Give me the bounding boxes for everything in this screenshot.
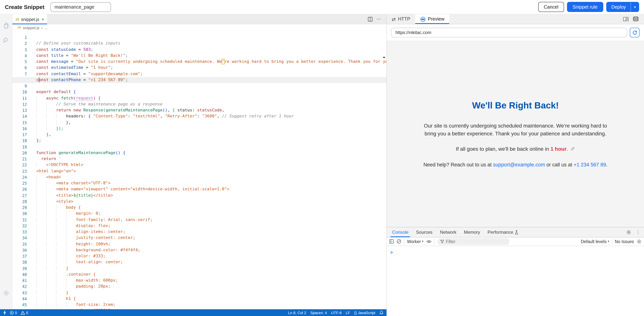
code-line[interactable]: }; [36, 138, 386, 144]
console-output[interactable]: > [387, 246, 644, 316]
deploy-dropdown-caret-icon[interactable]: ▾ [631, 2, 639, 12]
console-settings-gear-icon[interactable] [636, 239, 642, 244]
code-line[interactable]: } [36, 290, 386, 296]
clear-console-icon[interactable] [396, 239, 402, 244]
code-line[interactable]: padding: 20px; [36, 284, 386, 290]
devtools-tab-label[interactable]: Memory [464, 229, 480, 235]
code-line[interactable]: <meta name="viewport" content="width=dev… [36, 186, 386, 193]
devtools-tab-console[interactable]: Console [388, 227, 412, 237]
url-input[interactable] [391, 28, 627, 37]
code-line[interactable] [36, 83, 386, 89]
code-line[interactable]: align-items: center; [36, 229, 386, 235]
code-line[interactable]: async fetch(request) { [36, 95, 386, 101]
code-line[interactable]: const message = "Our site is currently u… [36, 59, 386, 65]
code-line[interactable]: const estimatedTime = "1 hour"; [36, 65, 386, 71]
language-mode[interactable]: {} JavaScript [354, 310, 375, 315]
code-line[interactable]: }, [36, 120, 386, 126]
console-filter[interactable] [437, 238, 510, 245]
code-line[interactable]: function generateMaintenancePage() { [36, 150, 386, 156]
code-line[interactable]: margin: 0; [36, 211, 386, 217]
console-sidebar-toggle-icon[interactable] [389, 239, 394, 244]
errors-indicator[interactable]: 0 [10, 310, 17, 315]
code-line[interactable]: background-color: #f4f4f4; [36, 247, 386, 253]
devtools-tab-network[interactable]: Network [436, 227, 460, 237]
refresh-button[interactable] [630, 28, 640, 37]
context-label[interactable]: Worker [407, 239, 421, 244]
devtools-tab-label[interactable]: Console [392, 229, 408, 235]
code-line[interactable]: const title = "We'll Be Right Back!"; [36, 53, 386, 59]
filter-input[interactable] [446, 239, 506, 244]
code-line[interactable]: font-size: 2rem; [36, 302, 386, 308]
code-line[interactable] [36, 144, 386, 150]
close-tab-icon[interactable]: × [42, 17, 44, 22]
deploy-label[interactable]: Deploy [606, 4, 631, 10]
code-line[interactable]: headers: { "Content-Type": "text/html", … [36, 114, 386, 120]
tab-snippet-js[interactable]: JS snippet.js × [12, 14, 47, 24]
code-line[interactable]: <style> [36, 199, 386, 205]
tab-label[interactable]: snippet.js [21, 17, 40, 22]
eol-setting[interactable]: LF [346, 310, 350, 315]
breadcrumb[interactable]: JS snippet.js › … [12, 24, 386, 31]
code-line[interactable]: height: 100vh; [36, 241, 386, 247]
code-line[interactable]: <meta charset="UTF-8"> [36, 180, 386, 186]
more-actions-icon[interactable]: ⋯ [376, 17, 381, 22]
code-line[interactable]: max-width: 600px; [36, 277, 386, 284]
encoding-setting[interactable]: UTF-8 [331, 310, 342, 315]
no-issues-label[interactable]: No Issues [615, 239, 634, 244]
default-levels-label[interactable]: Default levels [581, 239, 606, 244]
devtools-tab-label[interactable]: Sources [416, 229, 432, 235]
live-expression-eye-icon[interactable] [426, 239, 432, 244]
no-issues-indicator[interactable]: No Issues [615, 239, 634, 244]
code-line[interactable]: body { [36, 205, 386, 211]
devtools-tab-performance[interactable]: Performance [484, 227, 522, 237]
default-levels-dropdown[interactable]: Default levels ▾ [581, 239, 609, 244]
console-prompt[interactable]: > [390, 250, 393, 255]
cursor-position[interactable]: Ln 8, Col 2 [288, 310, 306, 315]
settings-gear-icon[interactable] [0, 285, 12, 300]
warnings-indicator[interactable]: 0 [20, 310, 28, 315]
context-selector[interactable]: Worker ▾ [407, 239, 424, 244]
code-line[interactable]: justify-content: center; [36, 235, 386, 241]
notifications-bell-icon[interactable] [379, 310, 384, 315]
code-line[interactable]: const contactPhone = "+1 234 567 89"; [36, 77, 386, 83]
phone-link[interactable]: +1 234 567 89 [574, 162, 606, 168]
code-line[interactable]: <head> [36, 174, 386, 180]
code-line[interactable]: font-family: Arial, sans-serif; [36, 217, 386, 223]
code-line[interactable]: color: #333; [36, 253, 386, 259]
breadcrumb-file[interactable]: snippet.js [23, 25, 40, 30]
snippet-name-input[interactable] [50, 2, 111, 12]
code-line[interactable]: } [36, 265, 386, 271]
code-line[interactable]: }, [36, 132, 386, 138]
code-line[interactable]: return ` [36, 156, 386, 162]
code-line[interactable]: <html lang="en"> [36, 168, 386, 174]
search-icon[interactable] [0, 33, 12, 48]
devtools-settings-gear-icon[interactable] [626, 229, 631, 235]
code-editor[interactable]: 1234567891011121314151617181920212223242… [12, 31, 386, 309]
remote-indicator-icon[interactable] [3, 310, 6, 315]
cancel-button[interactable]: Cancel [538, 2, 564, 12]
code-line[interactable]: export default { [36, 89, 386, 95]
code-line[interactable]: }); [36, 126, 386, 132]
code-line[interactable]: return new Response(generateMaintenanceP… [36, 107, 386, 114]
devtools-tab-label[interactable]: Network [440, 229, 456, 235]
devtools-tab-label[interactable]: Performance [488, 229, 513, 235]
docs-book-icon[interactable] [623, 16, 629, 22]
tab-preview[interactable]: Preview [415, 14, 449, 24]
files-icon[interactable] [0, 18, 12, 33]
code-line[interactable] [36, 35, 386, 41]
devtools-kebab-menu-icon[interactable]: ⋮ [636, 229, 640, 235]
code-line[interactable]: // Serve the maintenance page as a respo… [36, 101, 386, 108]
code-line[interactable]: .container { [36, 271, 386, 278]
devtools-tab-memory[interactable]: Memory [460, 227, 484, 237]
http-tab-label[interactable]: HTTP [398, 17, 410, 22]
indentation-setting[interactable]: Spaces: 4 [310, 310, 327, 315]
code-line[interactable]: // Define your customizable inputs [36, 41, 386, 47]
code-content[interactable]: // Define your customizable inputsconst … [36, 35, 386, 309]
code-line[interactable]: h1 { [36, 296, 386, 302]
code-line[interactable]: color: #0056b3; [36, 308, 386, 309]
snippet-rule-button[interactable]: Snippet rule [567, 2, 603, 12]
breadcrumb-more[interactable]: … [44, 25, 48, 30]
support-email-link[interactable]: support@example.com [493, 162, 545, 168]
code-line[interactable]: <!DOCTYPE html> [36, 162, 386, 168]
preview-tab-label[interactable]: Preview [428, 17, 444, 22]
